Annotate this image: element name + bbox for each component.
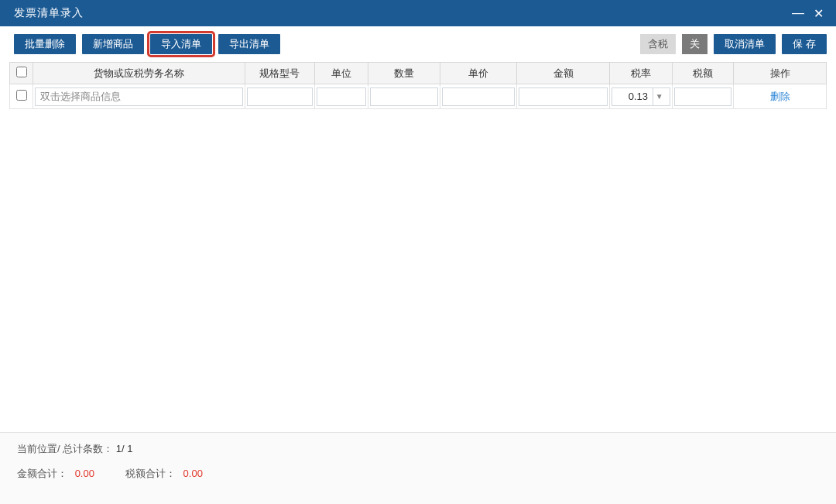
position-label: 当前位置/ 总计条数： bbox=[17, 443, 113, 454]
table-row: 0.13 ▼ 删除 bbox=[10, 84, 827, 109]
tax-total: 税额合计： 0.00 bbox=[125, 467, 203, 481]
unit-input[interactable] bbox=[317, 87, 366, 106]
col-checkbox bbox=[10, 63, 33, 84]
export-list-button[interactable]: 导出清单 bbox=[218, 34, 280, 54]
spec-input[interactable] bbox=[247, 87, 312, 106]
header-row: 货物或应税劳务名称 规格型号 单位 数量 单价 金额 税率 税额 操作 bbox=[10, 63, 827, 84]
col-op: 操作 bbox=[734, 63, 827, 84]
footer: 当前位置/ 总计条数： 1/ 1 金额合计： 0.00 税额合计： 0.00 bbox=[0, 432, 836, 504]
select-all-checkbox[interactable] bbox=[16, 67, 27, 77]
position-info: 当前位置/ 总计条数： 1/ 1 bbox=[17, 442, 133, 456]
titlebar: 发票清单录入 — ✕ bbox=[0, 0, 836, 26]
rate-value: 0.13 bbox=[617, 91, 653, 102]
chevron-down-icon[interactable]: ▼ bbox=[653, 88, 665, 105]
col-qty: 数量 bbox=[368, 63, 440, 84]
amount-total-label: 金额合计： bbox=[17, 468, 67, 479]
row-checkbox[interactable] bbox=[16, 90, 27, 101]
position-value: 1/ 1 bbox=[116, 443, 133, 454]
amount-total-value: 0.00 bbox=[75, 468, 94, 479]
qty-input[interactable] bbox=[370, 87, 438, 106]
col-unit: 单位 bbox=[314, 63, 368, 84]
toolbar: 批量删除 新增商品 导入清单 导出清单 含税 关 取消清单 保 存 bbox=[0, 26, 836, 62]
window: 发票清单录入 — ✕ 批量删除 新增商品 导入清单 导出清单 含税 关 取消清单… bbox=[0, 0, 836, 504]
col-amount: 金额 bbox=[517, 63, 610, 84]
col-tax: 税额 bbox=[673, 63, 734, 84]
rate-select[interactable]: 0.13 ▼ bbox=[612, 87, 670, 106]
tax-total-label: 税额合计： bbox=[125, 468, 176, 479]
col-rate: 税率 bbox=[609, 63, 672, 84]
close-button[interactable]: ✕ bbox=[808, 6, 828, 21]
batch-delete-button[interactable]: 批量删除 bbox=[14, 34, 76, 54]
add-product-button[interactable]: 新增商品 bbox=[82, 34, 144, 54]
tax-input[interactable] bbox=[674, 87, 732, 106]
amount-total: 金额合计： 0.00 bbox=[17, 467, 94, 481]
window-title: 发票清单录入 bbox=[14, 6, 788, 20]
col-name: 货物或应税劳务名称 bbox=[33, 63, 245, 84]
delete-row-link[interactable]: 删除 bbox=[770, 91, 790, 102]
col-price: 单价 bbox=[440, 63, 516, 84]
grid-wrap: 货物或应税劳务名称 规格型号 单位 数量 单价 金额 税率 税额 操作 bbox=[0, 62, 836, 432]
minimize-button[interactable]: — bbox=[788, 6, 808, 20]
import-list-button[interactable]: 导入清单 bbox=[150, 34, 212, 54]
save-button[interactable]: 保 存 bbox=[782, 34, 827, 54]
price-input[interactable] bbox=[442, 87, 515, 106]
data-grid: 货物或应税劳务名称 规格型号 单位 数量 单价 金额 税率 税额 操作 bbox=[9, 62, 827, 109]
amount-input[interactable] bbox=[519, 87, 608, 106]
col-spec: 规格型号 bbox=[245, 63, 314, 84]
cancel-list-button[interactable]: 取消清单 bbox=[714, 34, 776, 54]
tax-toggle[interactable]: 关 bbox=[682, 34, 708, 54]
tax-total-value: 0.00 bbox=[183, 468, 203, 479]
tax-included-label: 含税 bbox=[640, 34, 676, 54]
product-name-input[interactable] bbox=[35, 87, 243, 106]
